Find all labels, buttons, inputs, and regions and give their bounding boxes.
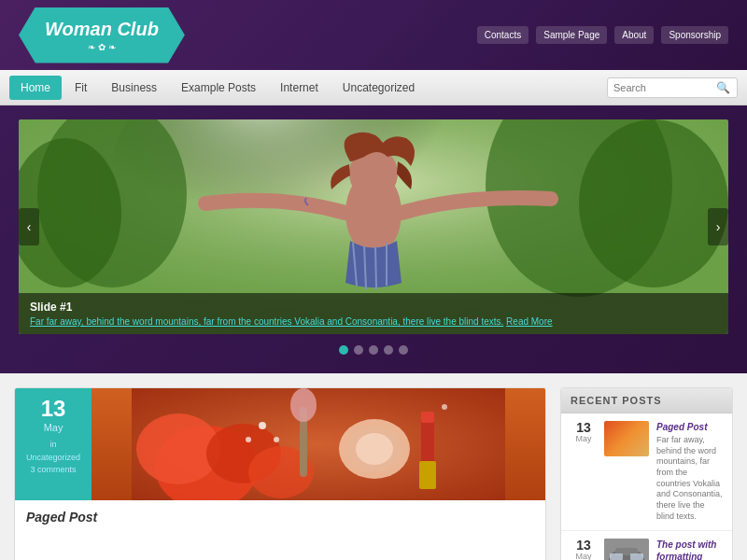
- post-body: Paged Post: [15, 500, 545, 534]
- read-more-link[interactable]: Read More: [506, 316, 552, 327]
- svg-rect-19: [419, 461, 436, 489]
- logo-ornament: ❧ ✿ ❧: [88, 42, 116, 52]
- slide-title: Slide #1: [30, 301, 717, 314]
- svg-point-23: [274, 437, 279, 442]
- recent-post-date-2: 13 May: [571, 539, 597, 561]
- post-date-block: 13 May in Uncategorized 3 comments: [15, 388, 92, 500]
- svg-rect-18: [421, 412, 434, 423]
- recent-date-month-2: May: [575, 552, 591, 561]
- nav-fit[interactable]: Fit: [63, 76, 98, 100]
- svg-point-16: [356, 433, 393, 465]
- nav-business[interactable]: Business: [100, 76, 168, 100]
- top-nav-sponsorship[interactable]: Sponsorship: [661, 26, 728, 44]
- recent-post-date: 13 May: [571, 421, 597, 443]
- sidebar: RECENT POSTS 13 May Paged Post Far far a…: [560, 387, 733, 560]
- dot-1[interactable]: [339, 345, 348, 355]
- dot-3[interactable]: [369, 345, 378, 355]
- main-navbar: Home Fit Business Example Posts Internet…: [0, 70, 747, 105]
- nav-internet[interactable]: Internet: [269, 76, 330, 100]
- widget-title: RECENT POSTS: [561, 388, 732, 413]
- nav-uncategorized[interactable]: Uncategorized: [331, 76, 426, 100]
- slide-text: Far far away, behind the word mountains,…: [30, 316, 717, 327]
- nav-home[interactable]: Home: [9, 76, 62, 100]
- svg-point-5: [579, 119, 728, 287]
- dot-4[interactable]: [384, 345, 393, 355]
- recent-post-item: 13 May Paged Post Far far away, behind t…: [561, 413, 732, 531]
- slider-next-button[interactable]: ›: [708, 208, 728, 245]
- post-header: 13 May in Uncategorized 3 comments: [15, 388, 545, 500]
- recent-post-title-2[interactable]: The post with formatting example: [656, 539, 723, 561]
- site-header: Woman Club ❧ ✿ ❧ Contacts Sample Page Ab…: [0, 0, 747, 70]
- svg-rect-17: [421, 416, 434, 463]
- search-box: 🔍: [607, 77, 738, 98]
- dot-5[interactable]: [399, 345, 408, 355]
- svg-rect-32: [610, 553, 623, 560]
- recent-post-thumb-2[interactable]: [604, 539, 649, 561]
- recent-posts-widget: RECENT POSTS 13 May Paged Post Far far a…: [560, 387, 733, 560]
- post-featured-image[interactable]: [92, 388, 545, 500]
- slider-prev-button[interactable]: ‹: [19, 208, 39, 245]
- search-input[interactable]: [613, 82, 716, 93]
- top-nav-contacts[interactable]: Contacts: [477, 26, 529, 44]
- post-date-month: May: [44, 422, 63, 433]
- nav-example-posts[interactable]: Example Posts: [170, 76, 267, 100]
- recent-post-info-1: Paged Post Far far away, behind the word…: [656, 421, 723, 523]
- nav-links: Home Fit Business Example Posts Internet…: [9, 76, 607, 100]
- post-meta: in Uncategorized 3 comments: [26, 439, 80, 477]
- slider: Slide #1 Far far away, behind the word m…: [19, 119, 728, 334]
- post-date-day: 13: [41, 398, 66, 420]
- logo[interactable]: Woman Club ❧ ✿ ❧: [19, 7, 185, 63]
- post-title[interactable]: Paged Post: [26, 510, 534, 525]
- post-card: 13 May in Uncategorized 3 comments: [15, 388, 545, 534]
- recent-post-thumb-1[interactable]: [604, 421, 649, 456]
- svg-point-22: [259, 422, 266, 429]
- svg-rect-33: [630, 553, 643, 560]
- top-nav-about[interactable]: About: [614, 26, 654, 44]
- slider-dots: [19, 345, 728, 355]
- logo-text: Woman Club: [45, 19, 159, 40]
- hero-section: Slide #1 Far far away, behind the word m…: [0, 105, 747, 373]
- svg-point-21: [290, 388, 317, 422]
- recent-post-excerpt-1: Far far away, behind the word mountains,…: [656, 435, 723, 523]
- top-nav: Contacts Sample Page About Sponsorship: [477, 26, 728, 44]
- recent-post-item-2: 13 May: [561, 531, 732, 561]
- main-content: 13 May in Uncategorized 3 comments: [14, 387, 546, 560]
- recent-post-title-1[interactable]: Paged Post: [656, 421, 723, 433]
- recent-post-info-2: The post with formatting example Header …: [656, 539, 723, 561]
- slide-caption: Slide #1 Far far away, behind the word m…: [19, 293, 728, 334]
- recent-date-day-2: 13: [576, 539, 591, 552]
- dot-2[interactable]: [354, 345, 363, 355]
- search-button[interactable]: 🔍: [716, 81, 730, 94]
- recent-date-day: 13: [576, 421, 591, 434]
- top-nav-sample-page[interactable]: Sample Page: [536, 26, 607, 44]
- recent-date-month: May: [575, 434, 591, 443]
- content-area: 13 May in Uncategorized 3 comments: [0, 373, 747, 560]
- svg-point-25: [442, 404, 447, 410]
- svg-point-24: [246, 437, 251, 442]
